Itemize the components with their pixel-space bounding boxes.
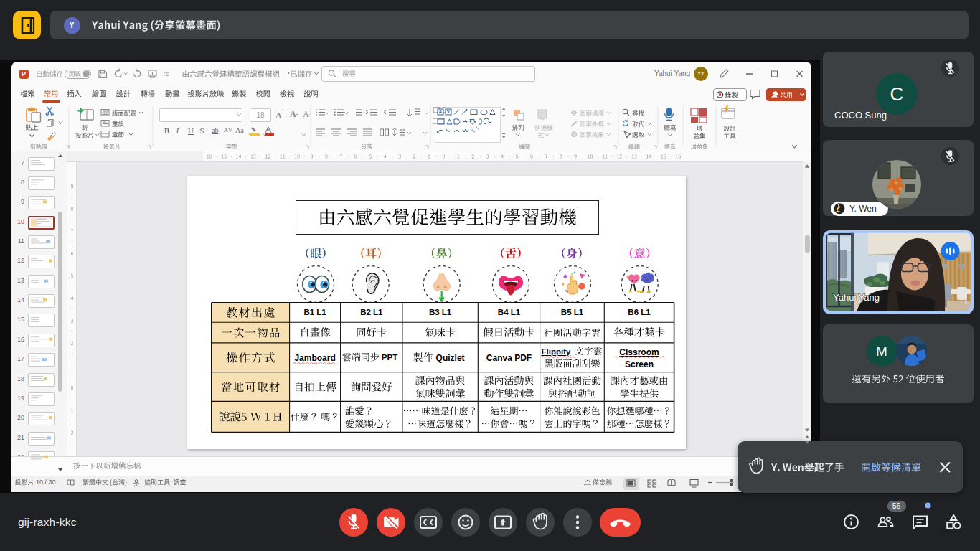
svg-text:Yahui Yang: Yahui Yang — [833, 292, 880, 303]
